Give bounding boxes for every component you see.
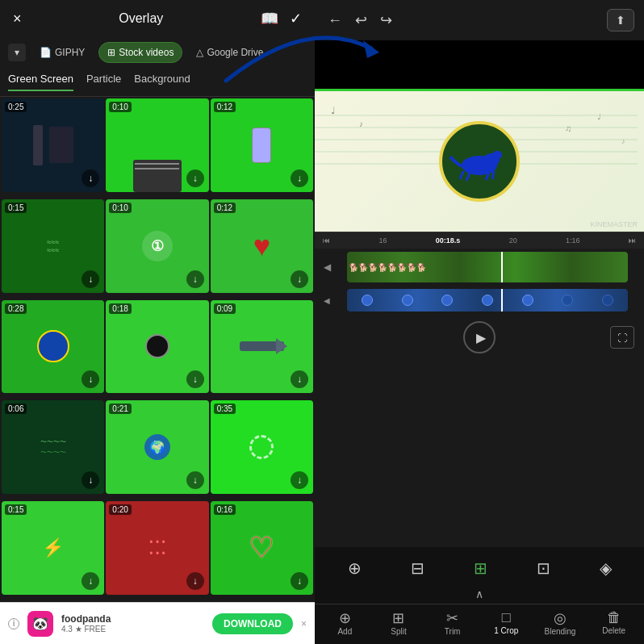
video-thumb-4[interactable]: ≈≈≈≈≈≈ 0:15 ↓ xyxy=(2,199,104,293)
drive-icon: △ xyxy=(196,47,203,58)
download-btn-1[interactable]: ↓ xyxy=(82,169,99,187)
download-btn-6[interactable]: ↓ xyxy=(291,270,308,288)
svg-text:♪: ♪ xyxy=(621,137,625,145)
trim-tool[interactable]: ✂ Trim xyxy=(435,609,470,636)
video-duration-9: 0:09 xyxy=(214,303,236,314)
cat-tab-green-screen[interactable]: Green Screen xyxy=(8,73,73,91)
split-tool[interactable]: ⊞ Split xyxy=(381,609,416,636)
dino-svg xyxy=(447,137,512,186)
blend-alt-tool-button[interactable]: ◈ xyxy=(593,555,618,581)
video-thumb-14[interactable]: • • •• • • 0:20 ↓ xyxy=(106,501,208,595)
download-btn-5[interactable]: ↓ xyxy=(186,270,204,288)
ruler-mark-1: 16 xyxy=(378,236,387,245)
download-btn-12[interactable]: ↓ xyxy=(291,471,308,489)
delete-tool[interactable]: 🗑 Delete xyxy=(596,609,632,636)
blending-tool[interactable]: ◎ Blending xyxy=(542,609,578,636)
video-duration-4: 0:15 xyxy=(5,203,27,213)
share-button[interactable]: ⬆ xyxy=(607,9,634,31)
cat-tab-background[interactable]: Background xyxy=(134,73,190,91)
video-thumb-7[interactable]: 0:28 ↓ xyxy=(2,300,104,394)
ad-logo: 🐼 xyxy=(27,611,53,637)
blending-icon: ◎ xyxy=(554,609,567,627)
ad-close-button[interactable]: × xyxy=(301,618,307,629)
video-thumb-1[interactable]: 0:25 ↓ xyxy=(2,98,104,192)
track-content-1[interactable]: 🐕🐕🐕🐕🐕🐕🐕🐕 xyxy=(339,250,636,284)
book-icon[interactable]: 📖 xyxy=(261,10,278,27)
track-content-2[interactable] xyxy=(339,287,636,313)
tab-stock-videos[interactable]: ⊞ Stock videos xyxy=(98,42,182,63)
trim-label: Trim xyxy=(435,627,470,636)
expand-button[interactable]: ∧ xyxy=(315,584,644,604)
stock-icon: ⊞ xyxy=(107,47,115,58)
blending-label: Blending xyxy=(542,627,578,636)
overlay-icons: 📖 ✓ xyxy=(261,10,302,27)
split-label: Split xyxy=(381,627,416,636)
add-label: Add xyxy=(327,627,362,636)
download-btn-3[interactable]: ↓ xyxy=(291,169,308,187)
video-thumb-3[interactable]: 0:12 ↓ xyxy=(211,98,313,192)
redo-button[interactable]: ↪ xyxy=(377,8,395,32)
tab-google-drive[interactable]: △ Google Drive xyxy=(187,42,272,63)
video-thumb-5[interactable]: ① 0:10 ↓ xyxy=(106,199,208,293)
mask-tool-button[interactable]: ⊟ xyxy=(404,555,431,581)
ad-rating: 4.3 ★ FREE xyxy=(61,625,204,634)
play-button[interactable]: ▶ xyxy=(463,321,496,353)
tab-giphy[interactable]: 📄 GIPHY xyxy=(31,42,94,63)
overlay-header: × Overlay 📖 ✓ xyxy=(0,0,315,37)
timeline-prev[interactable]: ⏮ xyxy=(323,236,330,245)
play-icon: ▶ xyxy=(476,330,486,345)
video-thumb-13[interactable]: ⚡ 0:15 ↓ xyxy=(2,501,104,595)
svg-text:♩: ♩ xyxy=(597,112,601,121)
play-area: ▶ ⛶ xyxy=(315,315,644,360)
preview-black xyxy=(315,40,644,89)
category-tabs: Green Screen Particle Background xyxy=(0,68,315,97)
video-thumb-15[interactable]: ♡ 0:16 ↓ xyxy=(211,501,313,595)
split-icon: ⊞ xyxy=(392,609,404,627)
back-button[interactable]: ← xyxy=(324,9,345,32)
video-duration-3: 0:12 xyxy=(214,102,236,112)
video-thumb-6[interactable]: ♥ 0:12 ↓ xyxy=(211,199,313,293)
video-duration-13: 0:15 xyxy=(5,504,27,515)
download-btn-8[interactable]: ↓ xyxy=(186,370,204,388)
crop-alt-tool-button[interactable]: ⊡ xyxy=(530,555,557,581)
check-icon[interactable]: ✓ xyxy=(290,10,302,27)
cat-tab-particle[interactable]: Particle xyxy=(86,73,121,91)
svg-text:♪: ♪ xyxy=(359,119,363,128)
add-icon: ⊕ xyxy=(339,609,351,627)
source-dropdown[interactable]: ▾ xyxy=(8,44,26,61)
timeline-next[interactable]: ⏭ xyxy=(629,236,636,245)
ad-app-name: foodpanda xyxy=(61,613,204,625)
video-thumb-9[interactable]: 0:09 ↓ xyxy=(211,300,313,394)
fullscreen-icon: ⛶ xyxy=(617,332,627,344)
download-btn-4[interactable]: ↓ xyxy=(82,270,99,288)
svg-line-17 xyxy=(492,171,494,179)
transform-tool-button[interactable]: ⊞ xyxy=(467,555,494,581)
video-thumb-11[interactable]: 🌍 0:21 ↓ xyxy=(106,400,208,494)
delete-icon: 🗑 xyxy=(607,609,621,626)
trim-icon: ✂ xyxy=(446,609,458,627)
add-tool[interactable]: ⊕ Add xyxy=(327,609,362,636)
download-btn-15[interactable]: ↓ xyxy=(291,572,308,590)
crop-tool[interactable]: □ 1 Crop xyxy=(488,609,524,636)
track-icon-1: ◀ xyxy=(315,261,339,273)
ad-download-button[interactable]: DOWNLOAD xyxy=(212,613,293,634)
delete-label: Delete xyxy=(596,626,632,635)
video-duration-15: 0:16 xyxy=(214,504,236,515)
ad-banner: i 🐼 foodpanda 4.3 ★ FREE DOWNLOAD × xyxy=(0,602,315,644)
svg-line-14 xyxy=(460,171,463,179)
download-btn-2[interactable]: ↓ xyxy=(186,169,204,187)
layers-tool-button[interactable]: ⊕ xyxy=(341,555,368,581)
close-button[interactable]: × xyxy=(13,10,22,27)
download-btn-14[interactable]: ↓ xyxy=(186,572,204,590)
download-btn-11[interactable]: ↓ xyxy=(186,471,204,489)
secondary-tools-row: ⊕ ⊟ ⊞ ⊡ ◈ xyxy=(315,552,644,584)
track-icon-2: ◀ xyxy=(315,296,339,305)
video-thumb-10[interactable]: 〜〜〜〜 〜〜〜〜 0:06 ↓ xyxy=(2,400,104,494)
giphy-icon: 📄 xyxy=(40,47,52,58)
undo-button[interactable]: ↩ xyxy=(352,8,370,32)
video-thumb-12[interactable]: 0:35 ↓ xyxy=(211,400,313,494)
video-duration-2: 0:10 xyxy=(109,102,131,112)
video-thumb-8[interactable]: 0:18 ↓ xyxy=(106,300,208,394)
fullscreen-button[interactable]: ⛶ xyxy=(610,326,634,349)
video-thumb-2[interactable]: 0:10 ↓ xyxy=(106,98,208,192)
